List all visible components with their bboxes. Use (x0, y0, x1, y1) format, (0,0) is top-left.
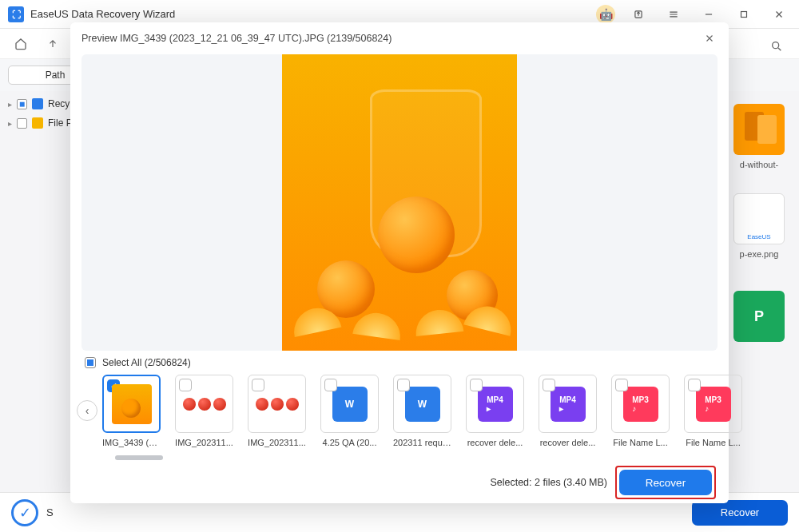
bg-file-grid: d-without- EaseUS p-exe.png P (729, 104, 789, 366)
thumbnail-box[interactable]: W (393, 375, 451, 433)
app-title: EaseUS Data Recovery Wizard (30, 8, 175, 20)
thumbnail-item[interactable]: MP3♪File Name L... (684, 375, 742, 447)
chevron-right-icon: ▸ (8, 100, 12, 109)
svg-rect-1 (741, 11, 747, 17)
search-icon[interactable] (770, 40, 783, 56)
thumbnail-checkbox[interactable] (543, 379, 555, 391)
preview-title: Preview IMG_3439 (2023_12_21 06_39_47 UT… (81, 33, 392, 44)
thumbnail-label: recover dele... (466, 438, 524, 447)
thumbnail-box[interactable]: MP3♪ (684, 375, 742, 433)
bg-file-item[interactable]: EaseUS p-exe.png (729, 193, 789, 259)
bg-file-label: d-without- (729, 160, 789, 169)
preview-modal: Preview IMG_3439 (2023_12_21 06_39_47 UT… (70, 22, 729, 503)
checkbox-icon[interactable] (17, 118, 27, 129)
recover-highlight: Recover (615, 466, 716, 499)
tree-label: Recy (48, 98, 70, 109)
scan-complete-icon: ✓ (11, 499, 38, 526)
thumbnail-box[interactable] (175, 375, 233, 433)
select-all-checkbox[interactable] (85, 357, 96, 368)
select-all-label: Select All (2/506824) (102, 357, 191, 368)
svg-point-2 (773, 42, 779, 49)
thumbnails-row: ‹ › ✓IMG_3439 (2...IMG_202311...IMG_2023… (70, 371, 729, 462)
thumbnail-label: IMG_3439 (2... (102, 438, 161, 447)
thumbnail-item[interactable]: W202311 requi... (393, 375, 451, 447)
preview-image (282, 54, 517, 351)
up-button[interactable] (40, 33, 66, 55)
close-button[interactable] (767, 2, 791, 26)
maximize-button[interactable] (732, 2, 756, 26)
selected-info: Selected: 2 files (3.40 MB) (490, 477, 607, 488)
thumbnail-item[interactable]: IMG_202311... (175, 375, 233, 447)
thumbnail-checkbox[interactable] (179, 379, 192, 391)
tree-label: File P (48, 117, 73, 129)
thumbnail-scrollbar[interactable] (115, 455, 684, 460)
checkbox-icon[interactable]: ◼ (17, 99, 27, 109)
thumbnail-checkbox[interactable] (470, 379, 483, 391)
chevron-right-icon: ▸ (8, 119, 12, 128)
thumbnail-label: File Name L... (611, 438, 670, 447)
assistant-icon[interactable]: 🤖 (596, 5, 615, 24)
thumbnail-checkbox[interactable] (615, 379, 628, 391)
thumbnail-item[interactable]: W4.25 QA (20... (320, 375, 379, 447)
thumbnail-label: IMG_202311... (175, 438, 233, 447)
thumbnail-item[interactable]: MP3♪File Name L... (611, 375, 670, 447)
thumbnail-item[interactable]: MP4▸recover dele... (466, 375, 524, 447)
thumbnail-label: File Name L... (684, 438, 742, 447)
bg-file-item[interactable]: P (729, 291, 789, 342)
thumbnail-checkbox[interactable] (688, 379, 701, 391)
thumbnail-label: 202311 requi... (393, 438, 451, 447)
prev-button[interactable]: ‹ (77, 400, 97, 421)
thumbnail-box[interactable]: MP3♪ (611, 375, 670, 433)
recover-button-bg[interactable]: Recover (692, 500, 788, 526)
thumbnail-box[interactable]: W (320, 375, 379, 433)
thumbnail-item[interactable]: MP4▸recover dele... (539, 375, 597, 447)
recover-button[interactable]: Recover (619, 470, 712, 495)
folder-icon (32, 98, 43, 109)
thumbnail-box[interactable]: MP4▸ (466, 375, 524, 433)
bg-file-item[interactable]: d-without- (729, 104, 789, 169)
select-all-row[interactable]: Select All (2/506824) (70, 351, 729, 371)
bg-file-label: p-exe.png (729, 249, 789, 259)
thumbnail-item[interactable]: ✓IMG_3439 (2... (102, 375, 161, 447)
close-icon[interactable] (702, 30, 718, 46)
thumbnail-label: 4.25 QA (20... (320, 438, 379, 447)
thumbnail-item[interactable]: IMG_202311... (248, 375, 306, 447)
thumbnail-checkbox[interactable] (324, 379, 337, 391)
modal-footer: Selected: 2 files (3.40 MB) Recover (70, 462, 729, 503)
thumbnail-checkbox[interactable] (397, 379, 410, 391)
folder-icon (32, 117, 43, 129)
thumbnail-label: IMG_202311... (248, 438, 306, 447)
modal-header: Preview IMG_3439 (2023_12_21 06_39_47 UT… (70, 22, 729, 54)
thumbnail-box[interactable]: MP4▸ (539, 375, 597, 433)
app-icon: ⛶ (8, 6, 24, 22)
scan-status-label: S (46, 506, 54, 518)
preview-area (81, 54, 718, 351)
thumbnail-label: recover dele... (539, 438, 597, 447)
thumbnail-box[interactable] (248, 375, 306, 433)
home-button[interactable] (8, 33, 34, 55)
thumbnail-box[interactable]: ✓ (102, 375, 161, 433)
thumbnail-checkbox[interactable] (252, 379, 264, 391)
